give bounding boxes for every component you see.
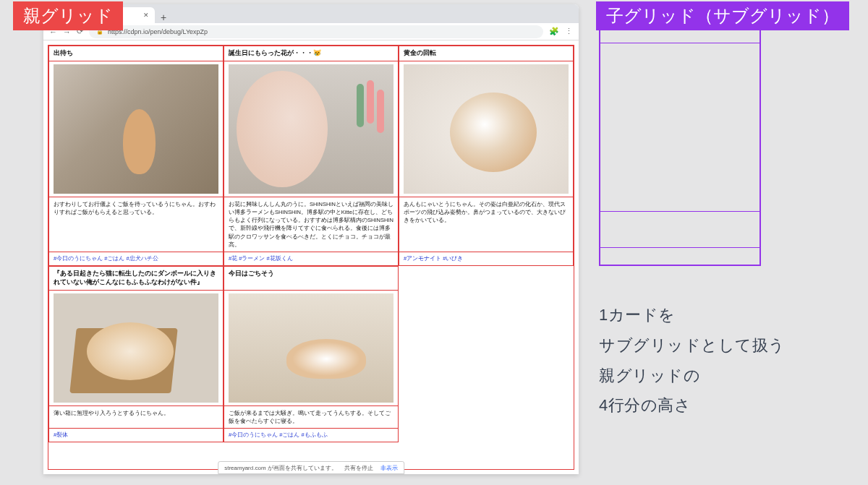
subgrid-row-4 — [600, 247, 760, 265]
card-title: 誕生日にもらった花が・・・😿 — [224, 46, 398, 61]
card-tags[interactable]: #今日のうにちゃん #ごはん #忠犬ハチ公 — [49, 252, 223, 265]
card-title: 今日はごちそう — [224, 267, 398, 289]
explain-line: 4行分の高さ — [599, 390, 786, 421]
card: 誕生日にもらった花が・・・😿 お花に興味しんしん丸のうに。SHINSHINといえ… — [224, 46, 399, 266]
parent-grid: 出待ち おすわりしてお行儀よくご飯を待っているうにちゃん。おすわりすればご飯がも… — [48, 45, 574, 470]
subgrid-row-3 — [600, 211, 760, 247]
card-tags[interactable]: #今日のうにちゃん #ごはん #もふもふ — [224, 428, 398, 442]
child-grid-label: 子グリッド（サブグリッド） — [596, 1, 849, 30]
card: 出待ち おすわりしてお行儀よくご飯を待っているうにちゃん。おすわりすればご飯がも… — [48, 46, 224, 266]
card-image — [224, 61, 398, 197]
card: 黄金の回転 あんもにゃいとうにちゃん。その姿は白亜紀の化石か、現代スポーツの飛び… — [399, 46, 574, 266]
card-tags[interactable]: #花 #ラーメン #花坂くん — [224, 252, 398, 265]
screen-share-bar: streamyard.com が画面を共有しています。 共有を停止 非表示 — [218, 461, 404, 474]
explain-line: サブグリッドとして扱う — [599, 330, 786, 361]
card: 『ある日起きたら猫に転生したのにダンボールに入りきれていない俺がこんなにもふもふ… — [48, 266, 224, 442]
address-bar: ← → ⟳ 🔒 https://cdpn.io/pen/debug/LYexpZ… — [43, 23, 579, 40]
explain-line: 親グリッドの — [599, 361, 786, 391]
subgrid-row-2 — [600, 43, 760, 211]
page-viewport: 出待ち おすわりしてお行儀よくご飯を待っているうにちゃん。おすわりすればご飯がも… — [43, 40, 579, 474]
browser-window: ▢ ✕ + ← → ⟳ 🔒 https://cdpn.io/pen/debug/… — [43, 4, 579, 474]
card-desc: お花に興味しんしん丸のうに。SHINSHINといえば福岡の美味しい博多ラーメンも… — [224, 197, 398, 252]
card-image — [49, 290, 223, 405]
hide-bar-button[interactable]: 非表示 — [380, 464, 398, 472]
share-message: streamyard.com が画面を共有しています。 — [224, 464, 337, 472]
tab-bar: ▢ ✕ + — [43, 4, 579, 23]
url-field[interactable]: 🔒 https://cdpn.io/pen/debug/LYexpZp — [89, 25, 543, 38]
overflow-menu-icon[interactable]: ⋮ — [565, 27, 573, 36]
card-desc: あんもにゃいとうにちゃん。その姿は白亜紀の化石か、現代スポーツの飛び込み姿勢か。… — [399, 197, 573, 252]
card-image — [224, 290, 398, 405]
child-grid-diagram — [599, 24, 761, 266]
card-desc: 薄い箱に無理やり入ろうとするうにちゃん。 — [49, 405, 223, 429]
explain-line: 1カードを — [599, 300, 786, 330]
card-title: 黄金の回転 — [399, 46, 573, 61]
card-desc: おすわりしてお行儀よくご飯を待っているうにちゃん。おすわりすればご飯がもらえると… — [49, 197, 223, 252]
explanation-text: 1カードを サブグリッドとして扱う 親グリッドの 4行分の高さ — [599, 300, 786, 421]
parent-grid-label: 親グリッド — [13, 1, 123, 30]
close-tab-icon[interactable]: ✕ — [143, 12, 149, 19]
extensions-icon[interactable]: 🧩 — [549, 27, 559, 36]
card-image — [399, 61, 573, 197]
card-title: 『ある日起きたら猫に転生したのにダンボールに入りきれていない俺がこんなにもふもふ… — [49, 267, 223, 289]
card-title: 出待ち — [49, 46, 223, 61]
card-tags[interactable]: #裂体 — [49, 428, 223, 442]
stop-sharing-button[interactable]: 共有を停止 — [344, 464, 373, 472]
card-desc: ご飯が来るまでは大騒ぎ。鳴いて走ってうんちする。そしてご飯を食べたらすぐに寝る。 — [224, 405, 398, 429]
card-tags[interactable]: #アンモナイト #いびき — [399, 252, 573, 265]
card: 今日はごちそう ご飯が来るまでは大騒ぎ。鳴いて走ってうんちする。そしてご飯を食べ… — [224, 266, 399, 442]
card-image — [49, 61, 223, 197]
new-tab-button[interactable]: + — [155, 12, 172, 23]
